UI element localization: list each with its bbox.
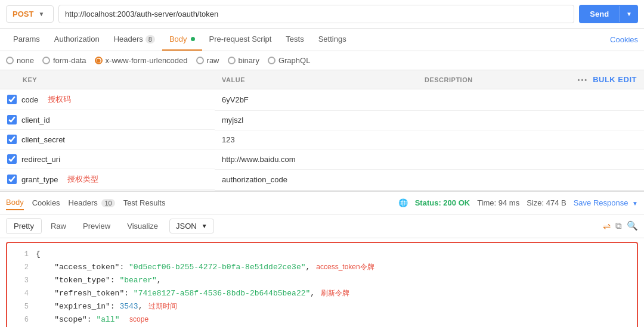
table-row: client_id myjszl bbox=[0, 110, 644, 130]
json-toolbar-right: ⇌ ⧉ 🔍 bbox=[603, 220, 638, 232]
body-type-raw[interactable]: raw bbox=[196, 56, 219, 65]
copy-icon[interactable]: ⧉ bbox=[615, 220, 622, 231]
body-active-dot bbox=[191, 37, 195, 41]
body-type-binary[interactable]: binary bbox=[228, 56, 259, 65]
json-format-chevron-icon: ▼ bbox=[202, 223, 208, 229]
radio-graphql-icon bbox=[268, 57, 275, 64]
value-cell: 6yV2bF bbox=[215, 89, 417, 111]
send-button[interactable]: Send ▼ bbox=[579, 5, 638, 23]
row-checkbox[interactable] bbox=[7, 115, 17, 124]
request-tab-bar: Params Authorization Headers 8 Body Pre-… bbox=[0, 29, 644, 51]
tab-authorization[interactable]: Authorization bbox=[47, 29, 107, 51]
row-checkbox[interactable] bbox=[7, 135, 17, 144]
body-type-bar: none form-data x-www-form-urlencoded raw… bbox=[0, 51, 644, 70]
bulk-edit-button[interactable]: Bulk Edit bbox=[593, 75, 637, 84]
radio-none-icon bbox=[6, 57, 14, 64]
row-checkbox[interactable] bbox=[7, 175, 17, 184]
method-chevron-icon: ▼ bbox=[38, 11, 44, 17]
json-tab-pretty[interactable]: Pretty bbox=[6, 218, 42, 234]
desc-cell bbox=[417, 150, 644, 169]
json-line-1: 1 { bbox=[7, 248, 637, 261]
url-input[interactable] bbox=[58, 5, 574, 23]
table-row: code 授权码 6yV2bF bbox=[0, 89, 644, 111]
value-cell: 123 bbox=[215, 130, 417, 150]
radio-form-data-icon bbox=[42, 57, 50, 64]
table-row: client_secret 123 bbox=[0, 130, 644, 150]
desc-cell bbox=[417, 89, 644, 111]
method-selector[interactable]: POST ▼ bbox=[6, 5, 54, 23]
params-table: KEY VALUE DESCRIPTION ••• Bulk Edit bbox=[0, 70, 644, 191]
json-tab-visualize[interactable]: Visualize bbox=[119, 218, 166, 234]
table-row: grant_type 授权类型 authorization_code bbox=[0, 169, 644, 190]
json-line-3: 3 "token_type" : "bearer" , bbox=[7, 274, 637, 287]
tab-body[interactable]: Body bbox=[162, 29, 202, 51]
response-meta: 🌐 Status: 200 OK Time: 94 ms Size: 474 B… bbox=[398, 198, 638, 207]
body-type-none[interactable]: none bbox=[6, 56, 34, 65]
response-size: Size: 474 B bbox=[527, 198, 566, 207]
save-response-button[interactable]: Save Response ▼ bbox=[574, 198, 638, 207]
row-checkbox[interactable] bbox=[7, 154, 17, 164]
table-row: redirect_uri http://www.baidu.com bbox=[0, 150, 644, 169]
tab-settings[interactable]: Settings bbox=[311, 29, 354, 51]
send-dropdown-icon[interactable]: ▼ bbox=[620, 6, 638, 22]
cookies-link[interactable]: Cookies bbox=[610, 35, 638, 44]
radio-urlencoded-icon bbox=[95, 57, 103, 64]
tab-params[interactable]: Params bbox=[6, 29, 47, 51]
tab-headers[interactable]: Headers 8 bbox=[107, 29, 162, 51]
desc-cell bbox=[417, 110, 644, 130]
json-line-2: 2 "access_token" : "0d5ecf06-b255-4272-b… bbox=[7, 261, 637, 274]
url-bar: POST ▼ Send ▼ bbox=[0, 0, 644, 29]
response-headers-badge: 10 bbox=[101, 199, 114, 207]
tab-pre-request[interactable]: Pre-request Script bbox=[202, 29, 279, 51]
json-response-body: 1 { 2 "access_token" : "0d5ecf06-b255-42… bbox=[6, 242, 638, 328]
key-cell: client_id bbox=[0, 110, 215, 130]
body-type-urlencoded[interactable]: x-www-form-urlencoded bbox=[95, 56, 188, 65]
key-cell: redirect_uri bbox=[0, 150, 215, 169]
method-label: POST bbox=[13, 10, 33, 18]
json-tab-preview[interactable]: Preview bbox=[75, 218, 118, 234]
value-cell: http://www.baidu.com bbox=[215, 150, 417, 169]
globe-icon: 🌐 bbox=[398, 198, 408, 207]
key-column-header: KEY bbox=[0, 70, 215, 89]
body-type-form-data[interactable]: form-data bbox=[42, 56, 86, 65]
row-checkbox[interactable] bbox=[7, 95, 17, 104]
json-line-4: 4 "refresh_token" : "741e8127-a58f-4536-… bbox=[7, 287, 637, 300]
body-type-graphql[interactable]: GraphQL bbox=[268, 56, 310, 65]
key-cell: client_secret bbox=[0, 130, 215, 150]
json-line-5: 5 "expires_in" : 3543 , 过期时间 bbox=[7, 300, 637, 313]
status-badge: Status: 200 OK bbox=[415, 198, 470, 207]
desc-cell bbox=[417, 169, 644, 190]
headers-badge: 8 bbox=[145, 35, 155, 43]
tab-tests[interactable]: Tests bbox=[278, 29, 311, 51]
save-response-chevron-icon: ▼ bbox=[632, 200, 638, 207]
desc-column-header: DESCRIPTION ••• Bulk Edit bbox=[417, 70, 644, 89]
value-cell: authorization_code bbox=[215, 169, 417, 190]
json-format-selector[interactable]: JSON ▼ bbox=[169, 219, 214, 233]
radio-binary-icon bbox=[228, 57, 236, 64]
response-time: Time: 94 ms bbox=[477, 198, 519, 207]
value-cell: myjszl bbox=[215, 110, 417, 130]
json-tab-raw[interactable]: Raw bbox=[43, 218, 74, 234]
response-bar: Body Cookies Headers 10 Test Results 🌐 S… bbox=[0, 191, 644, 214]
value-column-header: VALUE bbox=[215, 70, 417, 89]
response-tab-cookies[interactable]: Cookies bbox=[32, 196, 60, 210]
response-tab-headers[interactable]: Headers 10 bbox=[69, 196, 115, 210]
json-line-6: 6 "scope" : "all" scope bbox=[7, 313, 637, 326]
key-cell: code 授权码 bbox=[0, 89, 215, 110]
send-label: Send bbox=[579, 5, 620, 23]
more-options-icon[interactable]: ••• bbox=[578, 76, 589, 83]
response-tab-body[interactable]: Body bbox=[6, 195, 24, 210]
json-viewer-tabs: Pretty Raw Preview Visualize JSON ▼ ⇌ ⧉ … bbox=[0, 214, 644, 238]
search-icon[interactable]: 🔍 bbox=[627, 220, 638, 231]
radio-raw-icon bbox=[196, 57, 204, 64]
filter-icon[interactable]: ⇌ bbox=[603, 220, 611, 232]
response-tab-test-results[interactable]: Test Results bbox=[123, 196, 166, 210]
desc-cell bbox=[417, 130, 644, 150]
key-cell: grant_type 授权类型 bbox=[0, 169, 215, 190]
